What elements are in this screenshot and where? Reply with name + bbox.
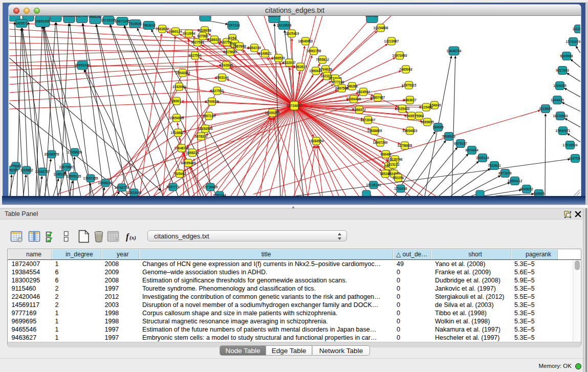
svg-text:19975887: 19975887 [59,165,74,169]
svg-text:10973493: 10973493 [393,54,407,57]
svg-text:75964: 75964 [415,114,424,118]
svg-text:10154808: 10154808 [374,26,388,30]
svg-text:17016504: 17016504 [563,143,578,147]
svg-text:15136141: 15136141 [366,183,381,187]
svg-text:2087682: 2087682 [365,16,379,17]
svg-text:10756928: 10756928 [398,144,412,147]
svg-text:10671355: 10671355 [115,19,130,23]
svg-text:1145193: 1145193 [54,172,67,176]
svg-text:84099489: 84099489 [181,161,196,165]
svg-text:19654985: 19654985 [169,116,184,120]
svg-text:9474444: 9474444 [465,148,478,152]
svg-text:1209385: 1209385 [553,84,567,87]
svg-text:908400: 908400 [380,152,391,156]
svg-text:9329966: 9329966 [560,54,573,58]
svg-text:18300295: 18300295 [265,111,280,115]
svg-text:9327504: 9327504 [188,54,202,57]
svg-text:16961758: 16961758 [307,49,321,53]
svg-text:1405571: 1405571 [15,21,28,25]
svg-text:3215955: 3215955 [539,107,552,111]
svg-text:1588520: 1588520 [272,56,285,60]
svg-text:3912954: 3912954 [182,32,195,35]
svg-text:10653287: 10653287 [62,16,77,17]
svg-text:98901: 98901 [172,99,181,103]
svg-text:20364436: 20364436 [346,97,361,101]
svg-text:1527602: 1527602 [75,16,89,17]
svg-text:10958127: 10958127 [98,181,113,185]
svg-text:18907249: 18907249 [373,141,388,144]
svg-text:7357224: 7357224 [227,24,240,27]
svg-text:10025433: 10025433 [395,107,410,111]
svg-text:9794028: 9794028 [319,68,332,71]
svg-text:2935114: 2935114 [476,156,489,160]
svg-text:7486372: 7486372 [353,108,366,112]
svg-text:9827503: 9827503 [191,40,204,44]
svg-text:7632621: 7632621 [488,164,501,167]
svg-text:9227343: 9227343 [556,69,569,72]
svg-text:8471676: 8471676 [498,171,512,175]
svg-text:16543362: 16543362 [176,71,190,75]
svg-text:(x): (x) [129,234,136,241]
svg-text:17957255: 17957255 [83,177,98,180]
svg-text:3498224: 3498224 [186,151,199,155]
svg-text:7515526: 7515526 [128,22,142,26]
svg-text:6466160: 6466160 [89,16,102,18]
svg-text:939159: 939159 [9,168,17,172]
svg-text:1615132: 1615132 [386,163,400,166]
svg-text:18724007: 18724007 [287,104,302,107]
svg-text:1700633: 1700633 [205,100,219,103]
svg-text:19654923: 19654923 [403,129,418,133]
svg-text:16210643: 16210643 [553,114,568,118]
svg-text:1115682: 1115682 [20,168,33,172]
svg-text:2803144: 2803144 [215,76,229,79]
svg-text:7625402: 7625402 [173,172,186,176]
svg-text:9457771: 9457771 [166,185,180,189]
svg-text:12342757: 12342757 [35,170,50,173]
svg-text:10046748: 10046748 [175,146,189,150]
svg-text:6497568: 6497568 [335,86,349,90]
svg-text:1167534: 1167534 [569,157,580,160]
svg-text:15720407: 15720407 [361,118,376,122]
svg-text:9242848: 9242848 [220,63,233,67]
svg-text:5878332: 5878332 [194,135,208,138]
svg-text:12923446: 12923446 [127,191,142,194]
svg-text:6479197: 6479197 [454,142,467,145]
svg-text:12213967: 12213967 [384,39,399,43]
svg-text:15716485: 15716485 [203,185,218,189]
svg-text:8813054: 8813054 [268,16,281,17]
svg-text:19166827: 19166827 [171,131,186,135]
svg-text:7663810: 7663810 [142,24,156,27]
svg-text:19218506: 19218506 [277,24,292,27]
svg-text:9463627: 9463627 [403,98,417,102]
svg-text:20953346: 20953346 [75,63,90,67]
svg-text:9427552: 9427552 [210,89,224,93]
svg-text:11325419: 11325419 [285,32,299,35]
svg-text:17359924: 17359924 [68,150,82,154]
svg-text:9338761: 9338761 [49,16,62,16]
svg-text:1362615: 1362615 [294,65,307,69]
svg-text:2242004: 2242004 [172,85,186,89]
svg-text:2867608: 2867608 [233,45,246,48]
svg-text:3824554: 3824554 [357,90,370,94]
svg-text:20691406: 20691406 [35,19,50,23]
svg-text:7955812: 7955812 [316,58,329,61]
svg-text:9146821: 9146821 [258,52,272,55]
svg-text:15692971: 15692971 [556,129,571,133]
svg-text:9245052: 9245052 [520,187,533,191]
svg-text:1244415: 1244415 [551,98,564,102]
svg-text:252254: 252254 [393,176,404,180]
svg-text:1112853: 1112853 [573,27,580,31]
svg-text:19384554: 19384554 [309,139,324,143]
svg-text:927503: 927503 [197,34,208,38]
svg-text:10807487: 10807487 [371,96,385,99]
svg-text:10688609: 10688609 [367,129,382,133]
svg-text:12505135: 12505135 [67,174,81,178]
svg-text:9699695: 9699695 [421,120,434,124]
svg-text:10648784: 10648784 [447,49,462,53]
svg-text:10654112: 10654112 [508,179,522,183]
svg-text:8660124: 8660124 [169,30,182,33]
svg-text:8454749: 8454749 [248,46,261,50]
svg-text:8322037: 8322037 [282,61,296,64]
svg-text:1733426: 1733426 [394,187,407,190]
svg-text:16782759: 16782759 [115,186,129,189]
